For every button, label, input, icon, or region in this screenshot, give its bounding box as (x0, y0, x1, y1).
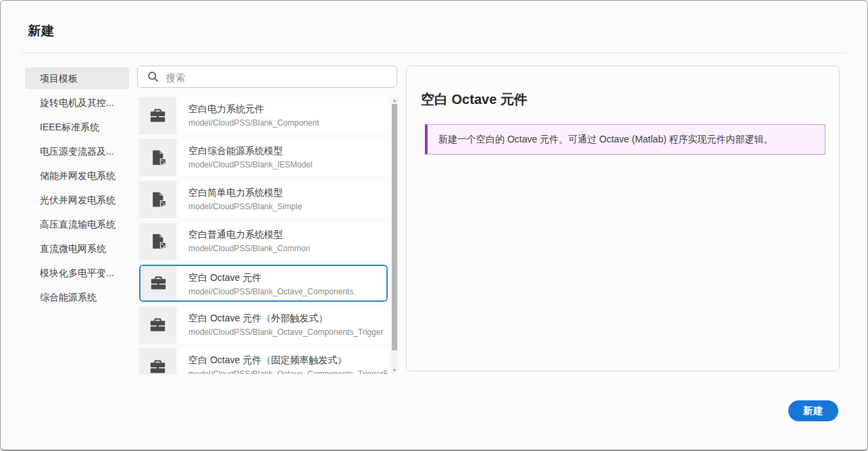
toolbox-icon (139, 348, 176, 374)
model-file-icon (139, 223, 176, 260)
dialog-title: 新建 (28, 22, 55, 40)
template-title: 空白 Octave 元件 (188, 272, 386, 284)
template-list: 空白电力系统元件 model/CloudPSS/Blank_Component … (139, 97, 388, 374)
title-divider (21, 53, 847, 53)
template-title: 空白 Octave 元件（外部触发式） (188, 313, 388, 325)
template-title: 空白 Octave 元件（固定频率触发式） (188, 354, 388, 367)
search-icon (147, 70, 159, 83)
model-file-icon (139, 181, 176, 218)
template-title: 空白电力系统元件 (188, 103, 388, 115)
search-input[interactable] (165, 66, 391, 88)
detail-title: 空白 Octave 元件 (421, 90, 528, 109)
toolbox-icon (139, 97, 176, 134)
template-path: model/CloudPSS/Blank_Simple (188, 202, 388, 211)
sidebar-item-project-templates[interactable]: 项目模板 (25, 68, 129, 89)
sidebar-item-dc-microgrid[interactable]: 直流微电网系统 (25, 238, 129, 259)
category-sidebar: 项目模板 旋转电机及其控... IEEE标准系统 电压源变流器及... 储能并网… (25, 68, 129, 311)
template-title: 空白简单电力系统模型 (188, 187, 388, 199)
toolbox-icon (139, 307, 176, 344)
template-path: model/CloudPSS/Blank_Octave_Components (188, 287, 386, 296)
template-item-blank-octave-trigger[interactable]: 空白 Octave 元件（外部触发式） model/CloudPSS/Blank… (139, 307, 388, 344)
template-path: model/CloudPSS/Blank_Octave_Components_T… (188, 327, 388, 337)
sidebar-item-mmc[interactable]: 模块化多电平变... (25, 262, 129, 284)
template-title: 空白普通电力系统模型 (188, 229, 388, 241)
template-item-blank-octave-triggerf[interactable]: 空白 Octave 元件（固定频率触发式） model/CloudPSS/Bla… (139, 348, 388, 374)
sidebar-item-ieee-systems[interactable]: IEEE标准系统 (25, 116, 129, 138)
template-item-blank-common[interactable]: 空白普通电力系统模型 model/CloudPSS/Blank_Common (139, 223, 388, 260)
toolbox-icon (141, 266, 176, 300)
template-title: 空白综合能源系统模型 (188, 145, 388, 157)
template-path: model/CloudPSS/Blank_Common (188, 244, 388, 253)
template-path: model/CloudPSS/Blank_Component (188, 118, 388, 128)
template-path: model/CloudPSS/Blank_IESModel (188, 160, 388, 169)
sidebar-item-vsc[interactable]: 电压源变流器及... (25, 140, 129, 162)
template-path: model/CloudPSS/Blank_Octave_Components_T… (188, 369, 388, 374)
scroll-down-icon[interactable]: ▼ (391, 367, 398, 374)
sidebar-item-rotating-machines[interactable]: 旋转电机及其控... (25, 92, 129, 113)
list-scrollbar[interactable]: ▲ ▼ (391, 97, 398, 374)
create-button[interactable]: 新建 (788, 400, 838, 421)
scrollbar-thumb[interactable] (392, 104, 397, 350)
new-project-dialog: 新建 项目模板 旋转电机及其控... IEEE标准系统 电压源变流器及... 储… (0, 0, 868, 451)
model-file-icon (139, 139, 176, 176)
sidebar-item-ies[interactable]: 综合能源系统 (25, 286, 129, 308)
search-box (137, 65, 397, 88)
template-detail-panel: 空白 Octave 元件 新建一个空白的 Octave 元件。可通过 Octav… (406, 65, 840, 371)
template-item-blank-iesmodel[interactable]: 空白综合能源系统模型 model/CloudPSS/Blank_IESModel (139, 139, 388, 176)
template-item-blank-component[interactable]: 空白电力系统元件 model/CloudPSS/Blank_Component (139, 97, 388, 134)
scroll-up-icon[interactable]: ▲ (391, 97, 398, 104)
template-item-blank-simple[interactable]: 空白简单电力系统模型 model/CloudPSS/Blank_Simple (139, 181, 388, 218)
sidebar-item-storage-grid[interactable]: 储能并网发电系统 (25, 165, 129, 186)
sidebar-item-hvdc[interactable]: 高压直流输电系统 (25, 213, 129, 235)
detail-description: 新建一个空白的 Octave 元件。可通过 Octave (Matlab) 程序… (425, 124, 825, 155)
sidebar-item-pv-grid[interactable]: 光伏并网发电系统 (25, 189, 129, 211)
template-item-blank-octave[interactable]: 空白 Octave 元件 model/CloudPSS/Blank_Octave… (139, 265, 388, 302)
